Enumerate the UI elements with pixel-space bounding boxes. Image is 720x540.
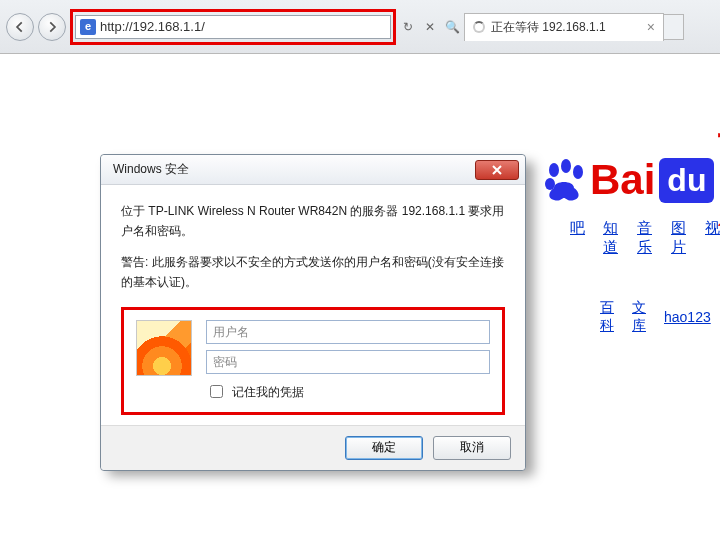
- refresh-icon[interactable]: ↻: [400, 19, 416, 35]
- nav-link[interactable]: 文库: [632, 299, 646, 335]
- password-input[interactable]: [206, 350, 490, 374]
- dialog-title: Windows 安全: [113, 161, 189, 178]
- remember-label: 记住我的凭据: [232, 382, 304, 402]
- page-content: Bai du 百度 吧 知道 音乐 图片 视 百科 文库 hao123 | 更多…: [0, 54, 720, 540]
- close-icon: [492, 165, 502, 175]
- address-text: http://192.168.1.1/: [100, 19, 386, 34]
- arrow-right-icon: [45, 20, 59, 34]
- nav-link[interactable]: 百科: [600, 299, 614, 335]
- svg-point-1: [561, 159, 571, 173]
- forward-button[interactable]: [38, 13, 66, 41]
- new-tab-button[interactable]: [664, 14, 684, 40]
- browser-tab[interactable]: 正在等待 192.168.1.1 ×: [464, 13, 664, 41]
- credentials-highlight: 记住我的凭据: [121, 307, 505, 415]
- paw-icon: [540, 156, 588, 204]
- site-favicon-icon: [80, 19, 96, 35]
- auth-dialog: Windows 安全 位于 TP-LINK Wireless N Router …: [100, 154, 526, 471]
- username-input[interactable]: [206, 320, 490, 344]
- tab-title: 正在等待 192.168.1.1: [491, 19, 606, 36]
- svg-point-3: [545, 178, 555, 190]
- baidu-nav-row1: 吧 知道 音乐 图片 视: [570, 219, 720, 257]
- remember-checkbox[interactable]: [210, 385, 223, 398]
- nav-link[interactable]: 知道: [603, 219, 619, 257]
- nav-link[interactable]: 吧: [570, 219, 585, 257]
- nav-link[interactable]: 视: [705, 219, 720, 257]
- stop-icon[interactable]: ✕: [422, 19, 438, 35]
- dialog-message-1: 位于 TP-LINK Wireless N Router WR842N 的服务器…: [121, 201, 505, 242]
- nav-link[interactable]: 图片: [671, 219, 687, 257]
- svg-point-2: [573, 165, 583, 179]
- search-icon[interactable]: 🔍: [444, 19, 460, 35]
- loading-spinner-icon: [473, 21, 485, 33]
- svg-point-0: [549, 163, 559, 177]
- back-button[interactable]: [6, 13, 34, 41]
- dialog-footer: 确定 取消: [101, 425, 525, 470]
- dialog-body: 位于 TP-LINK Wireless N Router WR842N 的服务器…: [101, 185, 525, 425]
- arrow-left-icon: [13, 20, 27, 34]
- address-highlight: http://192.168.1.1/: [70, 9, 396, 45]
- credential-fields: 记住我的凭据: [206, 320, 490, 402]
- logo-text-bai: Bai: [590, 156, 655, 204]
- address-bar[interactable]: http://192.168.1.1/: [75, 15, 391, 39]
- cancel-button[interactable]: 取消: [433, 436, 511, 460]
- dialog-titlebar[interactable]: Windows 安全: [101, 155, 525, 185]
- tab-strip: 正在等待 192.168.1.1 ×: [464, 0, 684, 53]
- ok-button[interactable]: 确定: [345, 436, 423, 460]
- browser-toolbar: http://192.168.1.1/ ↻ ✕ 🔍 正在等待 192.168.1…: [0, 0, 720, 54]
- dialog-close-button[interactable]: [475, 160, 519, 180]
- nav-link[interactable]: hao123: [664, 309, 711, 325]
- tab-close-button[interactable]: ×: [647, 19, 655, 35]
- address-tools: ↻ ✕ 🔍: [400, 19, 460, 35]
- nav-link[interactable]: 音乐: [637, 219, 653, 257]
- logo-text-du: du: [659, 158, 714, 203]
- credential-avatar-icon: [136, 320, 192, 376]
- dialog-message-2: 警告: 此服务器要求以不安全的方式发送你的用户名和密码(没有安全连接的基本认证)…: [121, 252, 505, 293]
- remember-row[interactable]: 记住我的凭据: [206, 382, 490, 402]
- baidu-nav-row2: 百科 文库 hao123 | 更多: [600, 299, 720, 335]
